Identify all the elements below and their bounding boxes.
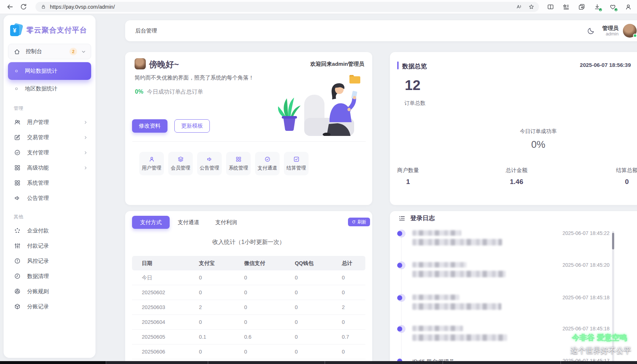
browser-chrome: https://pay.0vsp.com/admin/ bbox=[0, 0, 637, 14]
today-order-stat: 0%今日成功订单占总订单 bbox=[135, 88, 203, 96]
clock-icon bbox=[14, 273, 21, 280]
sidebar-subitem[interactable]: 地区数据统计 bbox=[8, 81, 91, 96]
success-rate: 今日订单成功率 0% bbox=[509, 128, 567, 150]
log-entry-time: 2025-06-07 18:45:22 bbox=[562, 230, 610, 236]
payment-tabs: 支付方式支付通道支付利润 bbox=[132, 216, 245, 229]
sidebar-item[interactable]: 付款记录 bbox=[4, 238, 95, 253]
sidebar-item[interactable]: 交易管理 bbox=[4, 130, 95, 145]
quick-action-用户管理[interactable]: 用户管理 bbox=[139, 152, 164, 175]
redacted-text bbox=[412, 295, 459, 300]
page-header: 后台管理 管理员 admin bbox=[125, 20, 637, 41]
avatar[interactable] bbox=[623, 24, 637, 38]
sidebar-item[interactable]: 企业付款 bbox=[4, 223, 95, 238]
page-title: 后台管理 bbox=[135, 27, 157, 34]
refresh-button[interactable]: 刷新 bbox=[348, 218, 370, 226]
tab-支付通道[interactable]: 支付通道 bbox=[170, 216, 207, 229]
reload-icon[interactable] bbox=[20, 3, 27, 11]
scrollbar-thumb[interactable] bbox=[612, 233, 614, 249]
quick-action-公告管理[interactable]: 公告管理 bbox=[197, 152, 222, 175]
collections-icon bbox=[578, 3, 585, 10]
redacted-text bbox=[412, 262, 467, 267]
check-circle-icon bbox=[14, 149, 21, 156]
success-rate-value: 0% bbox=[509, 139, 567, 150]
moon-icon[interactable] bbox=[587, 27, 595, 35]
tab-支付利润[interactable]: 支付利润 bbox=[207, 216, 245, 229]
table-row: 202506032002 bbox=[132, 300, 365, 315]
log-entry: 2025-06-07 18:45:22 bbox=[397, 230, 637, 259]
quick-action-结算管理[interactable]: 结算管理 bbox=[284, 152, 309, 175]
chevron-down-icon bbox=[81, 49, 86, 55]
section-label: 管理 bbox=[4, 97, 95, 115]
favorites-bar-icon[interactable] bbox=[562, 3, 570, 10]
log-entry: 2025-06-07 18:45:20 bbox=[397, 261, 637, 291]
sidebar-item[interactable]: 高级功能 bbox=[4, 160, 95, 175]
sidebar-item[interactable]: 风控记录 bbox=[4, 253, 95, 269]
sidebar-item[interactable]: 公告管理 bbox=[4, 190, 95, 206]
layers-icon bbox=[177, 156, 184, 163]
green-check-badge bbox=[614, 8, 618, 12]
quick-action-会员管理[interactable]: 会员管理 bbox=[168, 152, 193, 175]
edit-icon bbox=[14, 134, 21, 141]
sidebar-subitem[interactable]: 网站数据统计 bbox=[8, 62, 91, 80]
table-row: 202506050.10.600.7 bbox=[132, 330, 365, 344]
sidebar-item[interactable]: 数据清理 bbox=[4, 269, 95, 284]
cube-icon bbox=[14, 303, 21, 310]
sidebar-item-console[interactable]: 控制台 2 bbox=[8, 44, 91, 59]
folder-icon bbox=[349, 75, 360, 84]
sidebar-item[interactable]: 用户管理 bbox=[4, 115, 95, 130]
orders-total: 12 bbox=[405, 77, 420, 93]
redacted-text bbox=[412, 239, 502, 245]
redacted-text bbox=[412, 334, 507, 341]
timeline-dot-icon bbox=[397, 231, 402, 236]
console-label: 控制台 bbox=[26, 48, 69, 55]
downloads-icon[interactable] bbox=[594, 3, 601, 10]
table-row: 202506060000 bbox=[132, 344, 365, 359]
plant bbox=[278, 98, 301, 131]
avatar bbox=[135, 58, 146, 69]
divider bbox=[132, 141, 366, 142]
stat-value: 0% bbox=[135, 89, 143, 95]
column-header: 支付宝 bbox=[199, 260, 244, 267]
quick-action-支付通道[interactable]: 支付通道 bbox=[255, 152, 280, 175]
hub-icon bbox=[14, 227, 21, 234]
timeline-dot-icon bbox=[397, 263, 402, 268]
update-template-button[interactable]: 更新模板 bbox=[174, 119, 210, 133]
table-row: 202506040000 bbox=[132, 315, 365, 330]
sidebar-item[interactable]: 系统管理 bbox=[4, 175, 95, 190]
profile-icon bbox=[625, 3, 632, 10]
sidebar-item[interactable]: 分账记录 bbox=[4, 299, 95, 314]
grid-icon bbox=[235, 156, 242, 163]
split-screen-icon bbox=[547, 3, 554, 10]
log-entry-time: 2025-06-07 18:45:20 bbox=[562, 262, 610, 268]
sidebar-item[interactable]: 支付管理 bbox=[4, 145, 95, 160]
table-header: 日期支付宝微信支付QQ钱包总计 bbox=[132, 256, 365, 270]
profile-icon[interactable] bbox=[625, 3, 632, 10]
sidebar-item[interactable]: 分账规则 bbox=[4, 284, 95, 299]
collections-icon[interactable] bbox=[578, 3, 585, 10]
speaker-icon bbox=[14, 194, 21, 202]
split-screen-icon[interactable] bbox=[547, 3, 554, 10]
watermark-line2: 这个世界好不公平 bbox=[570, 346, 631, 356]
redacted-text bbox=[412, 326, 463, 331]
refresh-label: 刷新 bbox=[357, 219, 366, 225]
log-entry-time: 2025-06-07 18:45:18 bbox=[562, 295, 610, 300]
grid-icon bbox=[14, 179, 21, 187]
greeting: 傍晚好~ bbox=[149, 59, 179, 70]
taskbar-strip bbox=[0, 361, 637, 364]
redacted-text bbox=[412, 271, 506, 277]
timeline-dot-icon bbox=[397, 295, 402, 300]
chevron-right-icon bbox=[83, 135, 88, 140]
tab-支付方式[interactable]: 支付方式 bbox=[132, 216, 170, 229]
edit-profile-button[interactable]: 修改资料 bbox=[132, 119, 167, 133]
address-bar[interactable]: https://pay.0vsp.com/admin/ bbox=[35, 2, 539, 12]
green-check-badge bbox=[599, 8, 602, 12]
redacted-text bbox=[412, 303, 501, 310]
watermark-line1: 今非谷 爱意空鸣 bbox=[572, 333, 627, 343]
overview-stat: 商户数量1 bbox=[390, 167, 426, 186]
back-icon[interactable] bbox=[6, 3, 14, 11]
title-accent-bar bbox=[397, 61, 399, 69]
browser-essentials-icon[interactable] bbox=[609, 3, 616, 10]
list-icon bbox=[398, 214, 406, 222]
quick-action-系统管理[interactable]: 系统管理 bbox=[226, 152, 251, 175]
success-rate-label: 今日订单成功率 bbox=[509, 128, 567, 135]
